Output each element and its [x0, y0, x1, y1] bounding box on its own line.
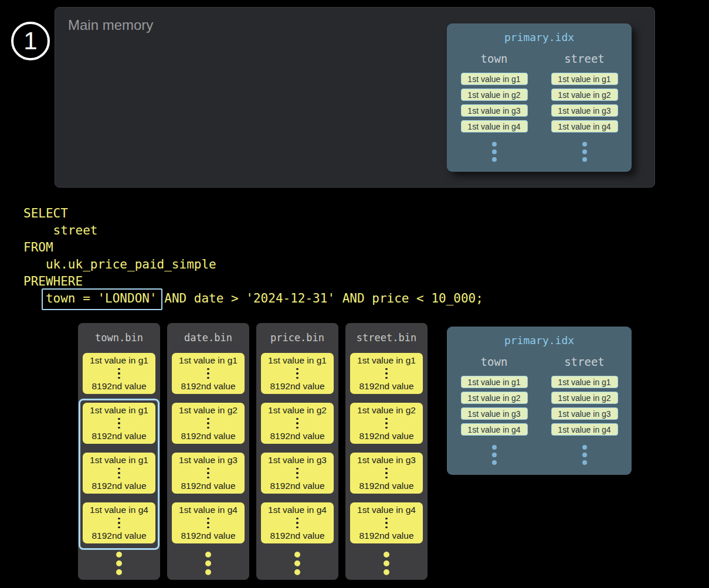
- granule-ellipsis-icon: [118, 467, 120, 480]
- bin-panel-title: date.bin: [167, 332, 249, 344]
- granule-last-value: 8192nd value: [181, 531, 235, 541]
- idx-entry-chip: 1st value in g1: [551, 376, 618, 388]
- idx-entry-chip: 1st value in g3: [461, 104, 528, 117]
- granule-first-value: 1st value in g4: [268, 505, 327, 515]
- granule-last-value: 8192nd value: [91, 431, 146, 441]
- granule-ellipsis-icon: [118, 367, 120, 380]
- granule-block: 1st value in g1 8192nd value: [350, 353, 423, 394]
- idx-column-street: street 1st value in g1 1st value in g2 1…: [551, 52, 618, 162]
- granule-block: 1st value in g1 8192nd value: [83, 453, 155, 494]
- granule-ellipsis-icon: [207, 467, 209, 480]
- idx-entry-chip: 1st value in g3: [551, 407, 618, 420]
- bin-panel-town: town.bin 1st value in g1 8192nd value 1s…: [78, 323, 160, 580]
- ellipsis-icon: [492, 445, 497, 465]
- granule-last-value: 8192nd value: [359, 381, 413, 392]
- granule-last-value: 8192nd value: [181, 381, 235, 392]
- granule-block: 1st value in g1 8192nd value: [172, 353, 245, 394]
- idx-entry-chip: 1st value in g2: [461, 89, 528, 101]
- granule-last-value: 8192nd value: [270, 381, 324, 392]
- ellipsis-icon: [582, 142, 587, 162]
- bin-panel-title: price.bin: [256, 332, 338, 344]
- granule-blocks: 1st value in g1 8192nd value 1st value i…: [83, 353, 155, 543]
- granule-first-value: 1st value in g1: [90, 355, 148, 366]
- bin-panel-street: street.bin 1st value in g1 8192nd value …: [345, 323, 428, 580]
- granule-last-value: 8192nd value: [91, 481, 146, 491]
- sql-condition-rest: AND date > '2024-12-31' AND price < 10_0…: [157, 291, 483, 305]
- granule-blocks: 1st value in g1 8192nd value 1st value i…: [261, 353, 334, 543]
- primary-idx-title: primary.idx: [447, 334, 632, 346]
- granule-block: 1st value in g1 8192nd value: [83, 403, 155, 444]
- granule-block: 1st value in g4 8192nd value: [350, 502, 423, 543]
- bin-panel-title: street.bin: [345, 332, 428, 344]
- idx-entry-chip: 1st value in g1: [551, 73, 618, 85]
- idx-entry-chip: 1st value in g4: [551, 120, 618, 132]
- sql-line-select: SELECT: [23, 206, 68, 220]
- idx-entry-chip: 1st value in g4: [461, 120, 528, 132]
- granule-last-value: 8192nd value: [181, 431, 235, 441]
- granule-block: 1st value in g3 8192nd value: [350, 453, 423, 494]
- prewhere-town-highlight: town = 'LONDON': [46, 290, 157, 307]
- granule-block: 1st value in g2 8192nd value: [261, 403, 334, 444]
- ellipsis-icon: [345, 552, 428, 575]
- primary-idx-title: primary.idx: [447, 31, 632, 43]
- granule-block: 1st value in g1 8192nd value: [83, 353, 155, 394]
- granule-first-value: 1st value in g4: [179, 505, 238, 515]
- ellipsis-icon: [78, 552, 160, 575]
- granule-ellipsis-icon: [118, 417, 120, 430]
- granule-ellipsis-icon: [207, 417, 209, 430]
- idx-entry-chip: 1st value in g1: [461, 376, 528, 388]
- granule-first-value: 1st value in g4: [357, 505, 416, 515]
- granule-first-value: 1st value in g1: [90, 455, 148, 465]
- granule-block: 1st value in g4 8192nd value: [83, 502, 155, 543]
- sql-condition-highlighted: town = 'LONDON': [46, 291, 157, 305]
- idx-entry-chip: 1st value in g3: [461, 407, 528, 420]
- primary-idx-panel-bottom: primary.idx town 1st value in g1 1st val…: [447, 327, 632, 475]
- granule-first-value: 1st value in g4: [90, 505, 148, 515]
- granule-last-value: 8192nd value: [270, 431, 324, 441]
- granule-ellipsis-icon: [385, 467, 388, 480]
- granule-blocks: 1st value in g1 8192nd value 1st value i…: [172, 353, 245, 543]
- granule-ellipsis-icon: [296, 417, 298, 430]
- granule-ellipsis-icon: [207, 367, 209, 380]
- main-memory-box: Main memory primary.idx town 1st value i…: [55, 7, 655, 188]
- idx-entry-chip: 1st value in g4: [551, 423, 618, 436]
- granule-ellipsis-icon: [207, 516, 209, 530]
- sql-query: SELECT street FROM uk.uk_price_paid_simp…: [23, 205, 483, 307]
- granule-blocks: 1st value in g1 8192nd value 1st value i…: [350, 353, 423, 543]
- granule-first-value: 1st value in g1: [179, 355, 238, 366]
- granule-first-value: 1st value in g3: [357, 455, 416, 465]
- sql-line-from: FROM: [23, 240, 53, 254]
- granule-last-value: 8192nd value: [91, 531, 146, 541]
- diagram-canvas: 1 Main memory primary.idx town 1st value…: [0, 0, 709, 588]
- granule-block: 1st value in g4 8192nd value: [261, 502, 334, 543]
- granule-block: 1st value in g2 8192nd value: [172, 403, 245, 444]
- bin-panel-price: price.bin 1st value in g1 8192nd value 1…: [256, 323, 338, 580]
- granule-last-value: 8192nd value: [270, 481, 324, 491]
- idx-entry-chip: 1st value in g2: [461, 392, 528, 404]
- granule-first-value: 1st value in g2: [179, 405, 238, 416]
- primary-idx-columns: town 1st value in g1 1st value in g2 1st…: [447, 52, 632, 162]
- granule-ellipsis-icon: [385, 417, 388, 430]
- granule-ellipsis-icon: [296, 367, 298, 380]
- ellipsis-icon: [492, 142, 497, 162]
- sql-line-prewhere: PREWHERE: [23, 274, 83, 288]
- granule-first-value: 1st value in g3: [179, 455, 238, 465]
- granule-first-value: 1st value in g1: [268, 355, 327, 366]
- sql-line-select-column: street: [23, 223, 97, 237]
- sql-line-table: uk.uk_price_paid_simple: [23, 257, 216, 271]
- granule-last-value: 8192nd value: [359, 431, 413, 441]
- granule-ellipsis-icon: [296, 467, 298, 480]
- step-badge-number: 1: [23, 27, 37, 55]
- main-memory-title: Main memory: [68, 17, 153, 33]
- granule-last-value: 8192nd value: [270, 531, 324, 541]
- idx-column-town: town 1st value in g1 1st value in g2 1st…: [461, 355, 528, 465]
- ellipsis-icon: [167, 552, 249, 575]
- bin-panel-title: town.bin: [78, 332, 160, 344]
- bin-files-row: town.bin 1st value in g1 8192nd value 1s…: [78, 323, 428, 580]
- granule-first-value: 1st value in g1: [357, 355, 416, 366]
- granule-first-value: 1st value in g1: [90, 405, 148, 416]
- granule-first-value: 1st value in g2: [268, 405, 327, 416]
- granule-ellipsis-icon: [118, 516, 120, 530]
- idx-entry-chip: 1st value in g1: [461, 73, 528, 85]
- idx-entry-chip: 1st value in g4: [461, 423, 528, 436]
